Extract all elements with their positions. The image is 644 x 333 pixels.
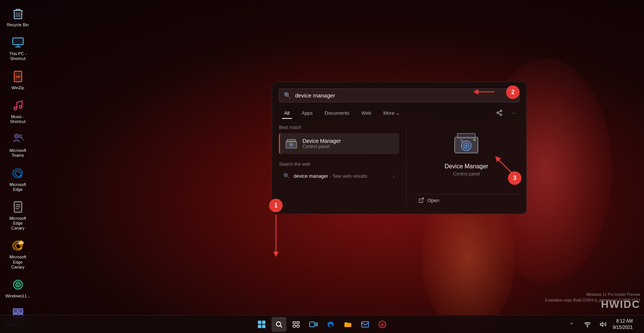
svg-rect-55 [362, 321, 368, 327]
this-pc-label: This PC -Shortcut [9, 51, 27, 61]
svg-point-10 [15, 134, 18, 138]
edge-canary-label: MicrosoftEdge Canary [6, 255, 30, 270]
svg-rect-44 [258, 321, 261, 324]
desktop-icon-recycle-bin[interactable]: Recycle Bin [4, 4, 32, 30]
open-label: Open [427, 198, 439, 203]
winzip-icon: ZIP [10, 69, 25, 84]
best-match-text: Device Manager Control panel [303, 138, 341, 149]
svg-rect-47 [262, 325, 265, 328]
desktop-icon-music[interactable]: Music -Shortcut [4, 96, 32, 126]
tab-documents[interactable]: Documents [319, 108, 355, 118]
arrow-1-svg [272, 213, 280, 258]
search-taskbar-icon [275, 321, 283, 328]
recycle-bin-icon [10, 6, 25, 21]
svg-line-28 [499, 113, 500, 114]
svg-point-48 [276, 322, 281, 326]
svg-line-49 [280, 326, 282, 327]
svg-rect-20 [13, 309, 18, 313]
svg-point-33 [291, 144, 292, 146]
winzip-label: WinZip [11, 86, 24, 90]
svg-point-19 [16, 282, 20, 287]
preview-title: Device Manager [445, 163, 488, 170]
svg-rect-35 [457, 134, 475, 138]
xbox-button[interactable]: X [375, 317, 390, 332]
svg-rect-12 [14, 202, 22, 212]
file-explorer-button[interactable] [340, 317, 355, 332]
music-icon [10, 98, 25, 113]
edge-taskbar-button[interactable] [323, 317, 338, 332]
device-manager-subtitle: Control panel [303, 144, 341, 149]
tab-web[interactable]: Web [356, 108, 377, 118]
svg-rect-53 [297, 325, 300, 327]
svg-rect-21 [18, 309, 23, 313]
mail-button[interactable] [358, 317, 373, 332]
svg-text:X: X [381, 323, 383, 326]
edge-icon [10, 166, 25, 181]
task-view-button[interactable] [289, 317, 304, 332]
teams-label: MicrosoftTeams [9, 148, 26, 158]
volume-svg [600, 321, 607, 328]
web-search-item[interactable]: 🔍 device manager - See web results › [279, 170, 399, 182]
tray-expand-button[interactable]: ^ [566, 318, 578, 330]
device-manager-preview: Device Manager Control panel 3 [413, 129, 520, 206]
annotation-circle-1: 1 [269, 199, 283, 212]
svg-rect-40 [473, 139, 476, 141]
search-icon: 🔍 [284, 92, 291, 99]
teams-icon [10, 132, 25, 147]
wifi-icon [584, 321, 591, 328]
device-manager-large-icon [451, 129, 481, 159]
preview-subtitle: Control panel [453, 171, 479, 177]
music-label: Music -Shortcut [10, 114, 25, 124]
dxdiag-label: Microsoft Edge Canary [6, 216, 30, 231]
start-button[interactable] [254, 317, 269, 332]
more-options-btn[interactable]: ··· [508, 107, 520, 119]
windows-logo [258, 320, 266, 328]
search-tabs-container: All Apps Documents Web More ⌄ ··· [279, 107, 520, 119]
desktop-icon-edge[interactable]: MicrosoftEdge [4, 164, 32, 194]
annotation-circle-2: 2 [506, 86, 520, 99]
system-clock[interactable]: 8:12 AM 9/15/2021 [613, 318, 633, 331]
svg-line-42 [421, 198, 424, 201]
svg-line-29 [499, 111, 500, 112]
tab-apps[interactable]: Apps [297, 108, 318, 118]
best-match-device-manager[interactable]: Device Manager Control panel [279, 133, 399, 154]
svg-point-25 [500, 110, 502, 112]
camera-taskbar-button[interactable] [306, 317, 321, 332]
svg-rect-50 [293, 321, 296, 323]
network-icon[interactable] [581, 318, 593, 330]
svg-rect-52 [293, 325, 296, 327]
desktop-icon-teams[interactable]: MicrosoftTeams [4, 129, 32, 160]
desktop-icon-this-pc[interactable]: This PC -Shortcut [4, 33, 32, 63]
desktop-icon-dxdiag[interactable]: Microsoft Edge Canary [4, 197, 32, 233]
results-area: Best match Device Manager Control panel [272, 125, 526, 206]
desktop-icon-edge-canary[interactable]: CAN MicrosoftEdge Canary [4, 236, 32, 272]
desktop-icon-sharex[interactable]: Windows11... [4, 275, 32, 301]
volume-icon[interactable] [597, 318, 609, 330]
svg-rect-5 [13, 38, 23, 45]
windows-info: Windows 11 Pro Insider Preview Evaluatio… [545, 292, 640, 303]
svg-point-9 [19, 105, 22, 108]
web-search-term: device manager - See web results [294, 173, 367, 179]
svg-rect-46 [258, 325, 261, 328]
desktop-icons-container: Recycle Bin This PC -Shortcut ZIP [0, 0, 36, 333]
best-match-label: Best match [279, 125, 399, 130]
device-manager-small-icon [285, 137, 298, 150]
this-pc-icon [10, 35, 25, 50]
file-explorer-icon [344, 320, 352, 328]
svg-point-11 [19, 135, 22, 138]
sharex-label: Windows11... [5, 294, 30, 298]
tab-all[interactable]: All [279, 108, 295, 118]
device-manager-title: Device Manager [303, 138, 341, 144]
tab-more[interactable]: More ⌄ [378, 108, 405, 118]
edge-label: MicrosoftEdge [9, 182, 26, 192]
svg-marker-59 [600, 322, 603, 326]
desktop-icon-winzip[interactable]: ZIP WinZip [4, 67, 32, 93]
share-icon-btn[interactable] [493, 107, 505, 119]
camera-taskbar-icon [309, 320, 318, 328]
recycle-bin-label: Recycle Bin [7, 22, 28, 27]
mail-icon [361, 320, 369, 328]
search-taskbar-button[interactable] [271, 317, 286, 332]
system-tray: ^ 8:12 AM 9/15/2021 [566, 318, 640, 331]
open-button[interactable]: Open [413, 194, 520, 206]
web-search-chevron: › [393, 173, 395, 179]
